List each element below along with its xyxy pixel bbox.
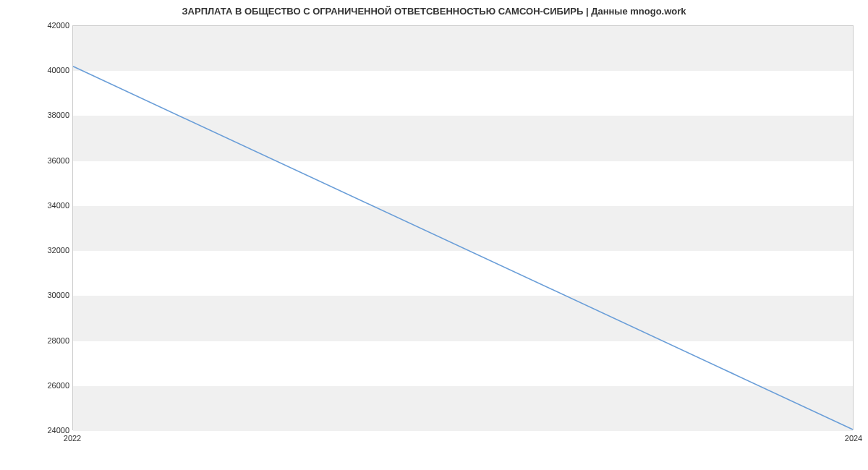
y-tick: 30000: [33, 291, 69, 299]
y-tick: 28000: [33, 336, 69, 345]
y-tick: 36000: [33, 156, 69, 165]
x-tick: 2024: [845, 434, 862, 443]
chart-title: ЗАРПЛАТА В ОБЩЕСТВО С ОГРАНИЧЕННОЙ ОТВЕТ…: [0, 6, 868, 17]
chart-container: ЗАРПЛАТА В ОБЩЕСТВО С ОГРАНИЧЕННОЙ ОТВЕТ…: [0, 0, 868, 470]
y-tick: 40000: [33, 66, 69, 74]
y-tick: 38000: [33, 111, 69, 119]
y-tick: 34000: [33, 201, 69, 210]
y-tick: 42000: [33, 21, 69, 30]
y-tick: 32000: [33, 246, 69, 255]
plot-area: [72, 25, 854, 430]
y-tick: 26000: [33, 381, 69, 390]
x-tick: 2022: [64, 434, 81, 443]
data-line: [73, 26, 853, 430]
